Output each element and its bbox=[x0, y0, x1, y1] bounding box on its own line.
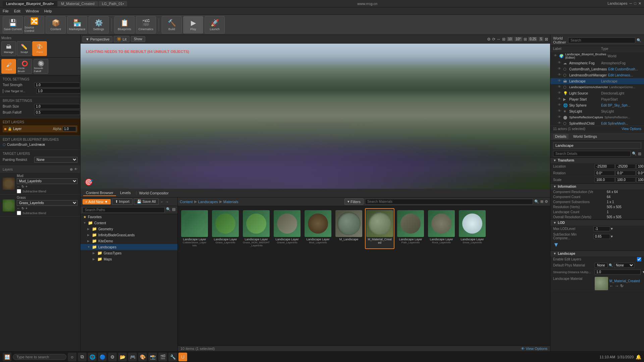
taskbar-btn-app5[interactable]: 🎬 bbox=[158, 353, 167, 361]
scale-z-input[interactable] bbox=[636, 177, 644, 182]
back-icon[interactable]: ← bbox=[160, 200, 164, 204]
mud-layer-select[interactable]: Mud_LayerInfo bbox=[17, 178, 77, 184]
rotation-z-input[interactable] bbox=[636, 171, 644, 176]
asset-path[interactable]: Landscape Layer Path_LayerInfo bbox=[396, 208, 425, 249]
vp-icon1[interactable]: ⚙ bbox=[487, 37, 491, 42]
grass-arrow-left[interactable]: ← bbox=[17, 206, 20, 210]
settings-icon2[interactable]: ⚙ bbox=[545, 199, 548, 204]
lod-header[interactable]: ▼ LOD bbox=[550, 220, 644, 226]
view-toggle-icon[interactable]: ⊞ bbox=[540, 199, 543, 204]
grass-layer-row[interactable]: Grass Grass_LayerInfo ← ↻ + Subtractive … bbox=[0, 195, 80, 217]
outliner-item-11[interactable]: 👁 ⬡ SplineMeshChild Edit SplineMesh... bbox=[550, 120, 644, 126]
alpha-input[interactable] bbox=[63, 126, 76, 131]
item1-vis[interactable]: 👁 bbox=[557, 61, 562, 65]
item9-vis[interactable]: 👁 bbox=[557, 109, 562, 114]
launch-button[interactable]: 🚀 Launch bbox=[205, 16, 225, 34]
tool-strength-input[interactable] bbox=[34, 82, 80, 87]
taskbar-btn-taskview[interactable]: ⧉ bbox=[78, 353, 87, 361]
maps-folder-item[interactable]: ▶ 📁 Maps bbox=[80, 256, 177, 262]
landscape-name-input[interactable] bbox=[553, 142, 641, 149]
circle-brush-btn[interactable]: ⭕ Circle Brush bbox=[17, 59, 32, 74]
content-browser-tab[interactable]: Content Browser bbox=[83, 190, 116, 196]
paint-brush-btn[interactable]: 🖌 Paint bbox=[1, 59, 16, 74]
save-current-button[interactable]: 💾 Save Current bbox=[3, 16, 23, 34]
outliner-item-1[interactable]: 👁 ☁ Atmospheric Fog AtmosphericFog bbox=[550, 60, 644, 66]
max-lod-dropdown-icon[interactable]: ▼ bbox=[610, 227, 613, 231]
taskbar-btn-chrome[interactable]: 🔵 bbox=[98, 353, 107, 361]
levels-tab[interactable]: Levels bbox=[117, 190, 133, 196]
filter-button[interactable]: ▾ Filters bbox=[344, 198, 364, 205]
world-compositor-label[interactable]: World Compositor bbox=[136, 191, 171, 195]
subsection-min-input[interactable] bbox=[593, 234, 610, 239]
asset-grass-nonweight[interactable]: Landscape Layer Grass_NON_WEIGHT _LayerI… bbox=[241, 208, 271, 249]
vp-icon5[interactable]: ⊠ bbox=[545, 37, 548, 42]
minimize-btn[interactable]: ─ bbox=[630, 1, 632, 6]
geometry-folder-item[interactable]: ▶ 📁 Geometry bbox=[80, 226, 177, 232]
brush-delete-icon[interactable]: ✕ bbox=[43, 143, 45, 146]
asset-snow[interactable]: Landscape Layer Snow_LayerInfo bbox=[458, 208, 487, 249]
item10-vis[interactable]: 👁 bbox=[557, 115, 562, 120]
mat-back-icon[interactable]: ← bbox=[609, 284, 613, 288]
marketplace-button[interactable]: 🏪 Marketplace bbox=[67, 16, 87, 34]
taskbar-notification-icon[interactable]: 🔔 bbox=[636, 354, 641, 360]
item5-vis[interactable]: 👁 bbox=[557, 85, 562, 89]
content-button[interactable]: 📦 Content bbox=[46, 16, 66, 34]
vp-icon2[interactable]: ⟳ bbox=[492, 37, 495, 42]
outliner-item-9[interactable]: 👁 ☀ SkyLight SkyLight bbox=[550, 108, 644, 114]
brush-falloff-input[interactable] bbox=[34, 110, 80, 115]
manage-mode-btn[interactable]: 🏔 Manage bbox=[1, 41, 16, 56]
details-grid-icon[interactable]: ⊞ bbox=[638, 152, 641, 156]
item3-vis[interactable]: 👁 bbox=[557, 73, 562, 77]
taskbar-btn-app6[interactable]: 🔧 bbox=[168, 353, 177, 361]
asset-m-landscape[interactable]: M_Landscape bbox=[334, 208, 364, 249]
mud-blend-checkbox[interactable] bbox=[17, 189, 21, 193]
brush-edit-icon[interactable]: ✏ bbox=[39, 143, 41, 146]
item8-vis[interactable]: 👁 bbox=[557, 103, 562, 108]
taskbar-btn-app2[interactable]: 🎮 bbox=[128, 353, 137, 361]
outliner-item-4[interactable]: 👁 🏔 Landscape Landscape bbox=[550, 78, 644, 84]
tab-landscape-blueprint[interactable]: Landscape_Blueprint_Brush• bbox=[3, 1, 57, 6]
taskbar-btn-cortana[interactable]: ○ bbox=[68, 353, 76, 361]
use-target-input[interactable] bbox=[36, 88, 80, 94]
location-y-input[interactable] bbox=[615, 164, 636, 169]
default-phys-search-icon[interactable]: 🔍 bbox=[609, 263, 613, 267]
taskbar-btn-ue4[interactable]: U bbox=[178, 353, 187, 361]
viewport[interactable]: LIGHTING NEEDS TO BE REBUILT (64 UNBUILT… bbox=[80, 44, 550, 189]
show-button[interactable]: Show bbox=[131, 36, 145, 42]
start-button[interactable]: 🪟 bbox=[3, 353, 11, 361]
outliner-item-8[interactable]: 👁 🌐 Sky Sphere Edit BP_Sky_Sph... bbox=[550, 102, 644, 108]
paint-mode-btn[interactable]: 🎨 Paint bbox=[32, 41, 47, 56]
rotation-y-input[interactable] bbox=[615, 171, 636, 176]
enable-edit-layers-checkbox[interactable] bbox=[637, 257, 641, 261]
scale-x-input[interactable] bbox=[595, 177, 615, 182]
build-button[interactable]: 🔨 Build bbox=[162, 16, 182, 34]
import-button[interactable]: ⬆ Import bbox=[112, 198, 132, 205]
save-all-button[interactable]: 💾 Save All bbox=[134, 198, 159, 205]
lit-button[interactable]: 🔆 Lit bbox=[114, 36, 129, 42]
search-icon[interactable]: 🔍 bbox=[166, 207, 171, 213]
cinematics-button[interactable]: 🎬 Cinematics bbox=[136, 16, 156, 34]
outliner-item-0[interactable]: 👁 🌍 Landscape_Blueprint_Brushes (Editor)… bbox=[550, 52, 644, 60]
taskbar-btn-edge[interactable]: 🌐 bbox=[88, 353, 97, 361]
asset-mud[interactable]: Landscape Layer Mud_LayerInfo bbox=[303, 208, 333, 249]
outliner-search-icon[interactable]: 🔍 bbox=[637, 38, 641, 43]
mud-arrow-left[interactable]: ← bbox=[17, 185, 20, 188]
outliner-search-input[interactable] bbox=[568, 38, 635, 43]
outliner-item-6[interactable]: 👁 💡 Light Source DirectionalLight bbox=[550, 90, 644, 96]
menu-file[interactable]: File bbox=[3, 9, 9, 13]
path-materials[interactable]: Materials bbox=[223, 200, 238, 204]
rotation-x-input[interactable] bbox=[595, 171, 615, 176]
max-lod-input[interactable] bbox=[593, 226, 610, 231]
perspective-dropdown[interactable]: ▼ Perspective bbox=[83, 36, 112, 42]
menu-window[interactable]: Window bbox=[26, 9, 39, 13]
asset-grass-layerinfo[interactable]: Landscape Layer Grass_LayerInfo bbox=[211, 208, 240, 249]
view-options-link[interactable]: 👁 View Options bbox=[521, 347, 547, 351]
tab-lg-path[interactable]: LG_Path_01• bbox=[99, 1, 127, 6]
outliner-item-7[interactable]: 👁 ▶ Player Start PlayerStart bbox=[550, 96, 644, 102]
search-materials-icon[interactable]: 🔍 bbox=[534, 199, 539, 204]
grass-blend-checkbox[interactable] bbox=[17, 211, 21, 215]
painting-restrict-select[interactable]: None bbox=[34, 157, 77, 163]
scale-y-input[interactable] bbox=[615, 177, 636, 182]
mud-add-icon[interactable]: + bbox=[25, 185, 28, 188]
information-header[interactable]: ▼ Information bbox=[550, 183, 644, 189]
